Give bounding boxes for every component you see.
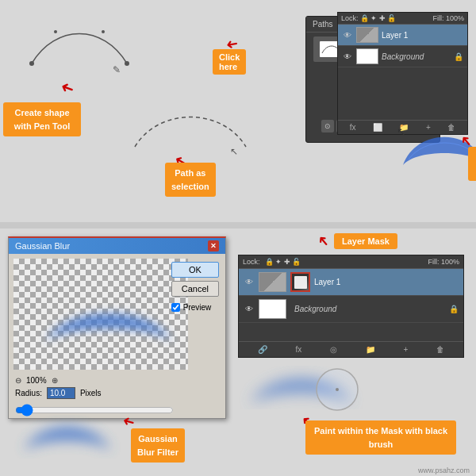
dialog-title: Gaussian Blur — [15, 241, 70, 251]
preview-checkbox[interactable] — [171, 303, 180, 312]
radius-row: Radius: Pixels — [15, 387, 186, 399]
layers-top-panel: Lock: 🔒 ✦ ✚ 🔓 Fill: 100% 👁 Layer 1 👁 Bac… — [337, 12, 468, 135]
arrow-layer-mask-icon: ➜ — [313, 231, 333, 251]
layers-bottom-toolbar: 🔗 fx ◎ 📁 + 🗑 — [239, 341, 463, 357]
background-row[interactable]: 👁 Background 🔒 — [338, 46, 467, 67]
bg-mask-name: Background — [294, 305, 336, 313]
radius-label: Radius: — [15, 389, 42, 397]
svg-text:↖: ↖ — [230, 146, 238, 157]
paths-title: Paths — [313, 20, 333, 29]
svg-point-0 — [29, 61, 34, 66]
background-name: Background — [382, 52, 424, 61]
link-icon[interactable]: 🔗 — [258, 345, 267, 354]
layer-mask-row: ➜ Layer Mask — [317, 232, 472, 250]
layers-bottom-fill: Fill: 100% — [428, 258, 459, 266]
right-bottom-container: ➜ Layer Mask Lock: 🔒 ✦ ✚ 🔓 Fill: 100% 👁 — [238, 232, 472, 411]
bg-mask-eye-icon[interactable]: 👁 — [244, 304, 255, 315]
dialog-title-bar: Gaussian Blur ✕ — [9, 238, 225, 254]
dialog-bottom-controls: ⊖ 100% ⊕ Radius: Pixels — [9, 373, 193, 420]
mask-icon[interactable]: ⬜ — [373, 123, 382, 132]
layer1-row[interactable]: 👁 Layer 1 — [338, 25, 467, 46]
fx2-icon[interactable]: fx — [296, 345, 302, 354]
pen-label-text: Create shape with Pen Tool — [14, 108, 71, 131]
layer1-mask-name: Layer 1 — [314, 278, 340, 286]
layers-bottom-panel: Lock: 🔒 ✦ ✚ 🔓 Fill: 100% 👁 Layer 1 👁 Bac… — [238, 255, 464, 358]
layers-bottom-lock: Lock: — [243, 258, 260, 266]
blur-preview-shape — [29, 301, 172, 350]
path-as-selection-label: Path asselection — [165, 163, 216, 197]
fill-label: Fill: 100% — [432, 14, 464, 22]
bg-mask-row[interactable]: 👁 Background 🔒 — [239, 296, 463, 323]
bg-thumbnail — [356, 48, 378, 64]
layers-bottom-header: Lock: 🔒 ✦ ✚ 🔓 Fill: 100% — [239, 255, 463, 269]
dialog-buttons: OK Cancel Preview — [171, 262, 219, 312]
click-here-label: Click here — [213, 49, 246, 75]
circle-icon[interactable]: ◎ — [330, 345, 337, 354]
gaussian-blur-label: GaussianBlur Filter — [131, 428, 185, 463]
dashed-curve: ↖ — [127, 103, 254, 160]
radius-input[interactable] — [47, 387, 75, 399]
layer1-mask-thumb — [290, 272, 310, 292]
layer-mask-label: Layer Mask — [334, 233, 397, 249]
layers-lock-row: Lock: 🔒 ✦ ✚ 🔓 Fill: 100% — [338, 13, 467, 25]
pixels-label: Pixels — [80, 389, 102, 397]
add2-icon[interactable]: + — [404, 345, 409, 354]
preview-label: Preview — [183, 303, 212, 312]
delete2-icon[interactable]: 🗑 — [436, 345, 444, 354]
layer1-thumbnail — [356, 27, 378, 43]
fx-icon[interactable]: fx — [350, 123, 356, 132]
brush-circle — [313, 366, 361, 415]
top-section: ✎ ➜ Create shape with Pen Tool Paths – ✕ — [0, 0, 476, 222]
press-alt-label: Press ALT + Backspace to fill color — [468, 147, 476, 181]
svg-point-3 — [102, 30, 105, 33]
lock-label: Lock: — [341, 14, 359, 22]
bg-lock-icon: 🔒 — [454, 52, 463, 61]
zoom-level: 100% — [26, 376, 47, 385]
bg-eye-icon[interactable]: 👁 — [342, 51, 353, 62]
lock-icons: 🔒 ✦ ✚ 🔓 — [360, 14, 397, 22]
svg-point-1 — [125, 61, 129, 66]
svg-text:✎: ✎ — [113, 64, 121, 75]
layer1-mask-row[interactable]: 👁 Layer 1 — [239, 269, 463, 296]
layer1-name: Layer 1 — [382, 31, 408, 40]
paint-area: ➜ Paint within the Mask with black brush — [238, 366, 472, 411]
dialog-cancel-button[interactable]: Cancel — [171, 281, 219, 297]
dialog-close-button[interactable]: ✕ — [208, 240, 219, 251]
folder2-icon[interactable]: 📁 — [366, 345, 375, 354]
bottom-section: Gaussian Blur ✕ — [0, 228, 476, 474]
blurred-smile-bottom — [12, 415, 123, 460]
watermark: www.psahz.com — [418, 466, 470, 474]
bg-mask-lock-icon: 🔒 — [449, 305, 459, 313]
section-divider — [0, 222, 476, 228]
svg-point-7 — [336, 388, 339, 391]
zoom-minus-icon[interactable]: ⊖ — [15, 376, 21, 385]
gaussian-blur-dialog[interactable]: Gaussian Blur ✕ — [8, 236, 226, 419]
bg-mask-thumb — [259, 299, 286, 319]
zoom-row: ⊖ 100% ⊕ — [15, 376, 186, 385]
layer1-mask-main-thumb — [259, 272, 286, 292]
dialog-preview-area — [13, 259, 188, 370]
layers-bottom-lock-icons: 🔒 ✦ ✚ 🔓 — [265, 258, 301, 266]
paths-btn-1[interactable]: ⊙ — [321, 120, 334, 132]
svg-point-2 — [54, 30, 57, 33]
preview-checkbox-row: Preview — [171, 303, 219, 312]
paint-label: Paint within the Mask with black brush — [305, 420, 456, 455]
zoom-plus-icon[interactable]: ⊕ — [52, 376, 58, 385]
layer1-mask-eye-icon[interactable]: 👁 — [244, 277, 255, 288]
layer1-eye-icon[interactable]: 👁 — [342, 29, 353, 40]
dialog-ok-button[interactable]: OK — [171, 262, 219, 278]
create-shape-label: Create shape with Pen Tool — [3, 102, 81, 136]
